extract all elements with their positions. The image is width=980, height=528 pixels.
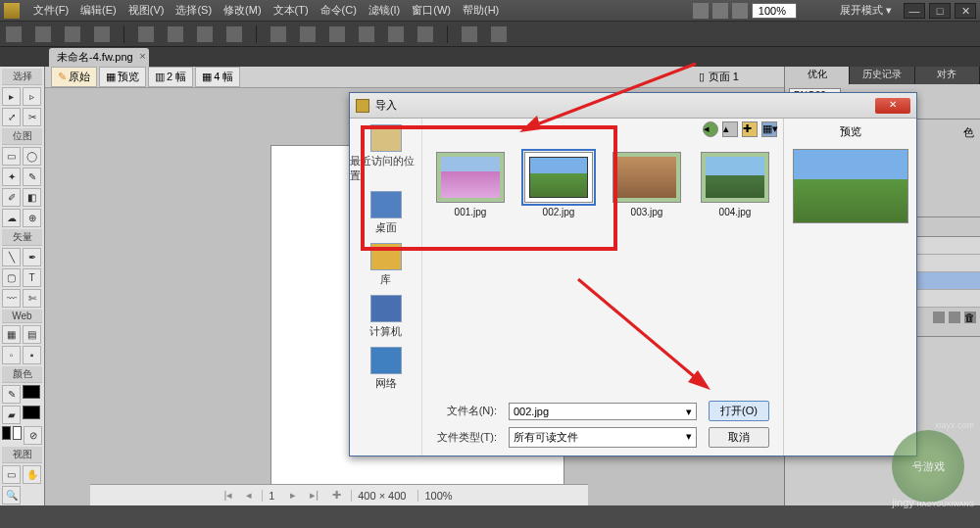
- eraser-tool[interactable]: ◧: [23, 188, 41, 207]
- nav-prev[interactable]: ◂: [242, 489, 256, 502]
- place-recent[interactable]: 最近访问的位置: [350, 124, 421, 183]
- assets-icon[interactable]: [693, 3, 709, 19]
- panel-tab-optimize[interactable]: 优化: [785, 67, 850, 84]
- toolbar-icon[interactable]: [462, 26, 477, 42]
- maximize-button[interactable]: □: [929, 3, 951, 19]
- cancel-button[interactable]: 取消: [709, 427, 769, 448]
- eyedrop-tool[interactable]: ✎: [2, 385, 21, 404]
- nav-next[interactable]: ▸: [286, 489, 300, 502]
- place-desktop[interactable]: 桌面: [370, 191, 402, 235]
- hand-icon[interactable]: [712, 3, 728, 19]
- place-network[interactable]: 网络: [370, 347, 402, 391]
- menu-view[interactable]: 视图(V): [122, 3, 171, 18]
- minimize-button[interactable]: —: [904, 3, 925, 19]
- wand-tool[interactable]: ✦: [2, 168, 21, 186]
- menu-file[interactable]: 文件(F): [27, 3, 74, 18]
- subtab-original[interactable]: ✎原始: [51, 67, 97, 87]
- screen-mode[interactable]: ▭: [2, 465, 21, 484]
- place-computer[interactable]: 计算机: [369, 295, 402, 339]
- menu-window[interactable]: 窗口(W): [406, 3, 457, 18]
- layer-action-icon[interactable]: [949, 312, 960, 323]
- back-icon[interactable]: ◂: [703, 121, 718, 137]
- subtab-preview[interactable]: ▦预览: [99, 67, 146, 87]
- layer-action-icon[interactable]: [933, 312, 945, 323]
- zoom-icon[interactable]: [732, 3, 748, 19]
- open-button[interactable]: 打开(O): [709, 401, 769, 421]
- status-zoom[interactable]: 100%: [417, 490, 458, 502]
- marquee-tool[interactable]: ▭: [2, 147, 21, 166]
- subtab-2up[interactable]: ▥2 幅: [148, 67, 193, 87]
- toolbar-icon[interactable]: [226, 26, 242, 42]
- crop-tool[interactable]: ✂: [23, 108, 41, 126]
- hide-tool[interactable]: ▫: [2, 346, 21, 364]
- brush-tool[interactable]: ✎: [23, 168, 41, 186]
- menu-text[interactable]: 文本(T): [268, 3, 315, 18]
- file-item[interactable]: 001.jpg: [434, 152, 507, 217]
- pencil-tool[interactable]: ✐: [2, 188, 21, 207]
- toolbar-icon[interactable]: [300, 26, 316, 42]
- panel-tab-align[interactable]: 对齐: [915, 67, 980, 84]
- fill-color[interactable]: [23, 406, 40, 419]
- zoom-tool[interactable]: 🔍: [2, 486, 21, 504]
- page-indicator[interactable]: ▯页面 1: [699, 70, 778, 84]
- zoom-field[interactable]: 100%: [752, 3, 797, 19]
- nav-add[interactable]: ✚: [328, 489, 345, 502]
- toolbar-icon[interactable]: [359, 26, 374, 42]
- toolbar-icon[interactable]: [270, 26, 286, 42]
- nav-last[interactable]: ▸|: [306, 489, 322, 502]
- menu-edit[interactable]: 编辑(E): [74, 3, 122, 18]
- delete-icon[interactable]: 🗑: [964, 312, 976, 323]
- subtab-4up[interactable]: ▦4 幅: [195, 67, 240, 87]
- pen-tool[interactable]: ✒: [23, 248, 41, 266]
- toolbar-icon[interactable]: [6, 26, 22, 42]
- toolbar-icon[interactable]: [197, 26, 213, 42]
- toolbar-icon[interactable]: [329, 26, 345, 42]
- dialog-titlebar[interactable]: 导入 ✕: [350, 93, 916, 119]
- blur-tool[interactable]: ☁: [2, 209, 21, 227]
- nofill[interactable]: ⊘: [24, 426, 42, 445]
- up-icon[interactable]: ▴: [722, 121, 738, 137]
- toolbar-icon[interactable]: [417, 26, 433, 42]
- file-item-selected[interactable]: 002.jpg: [522, 152, 595, 217]
- knife-tool[interactable]: ✄: [23, 289, 41, 308]
- default-colors[interactable]: [2, 426, 11, 440]
- place-library[interactable]: 库: [370, 243, 402, 287]
- lasso-tool[interactable]: ◯: [23, 147, 41, 166]
- stamp-tool[interactable]: ⊕: [23, 209, 41, 227]
- menu-commands[interactable]: 命令(C): [315, 3, 363, 18]
- document-tab[interactable]: 未命名-4.fw.png ×: [49, 48, 149, 67]
- toolbar-icon[interactable]: [388, 26, 404, 42]
- freeform-tool[interactable]: 〰: [2, 289, 21, 308]
- show-tool[interactable]: ▪: [23, 346, 41, 364]
- toolbar-icon[interactable]: [65, 26, 80, 42]
- file-item[interactable]: 004.jpg: [699, 152, 771, 217]
- menu-help[interactable]: 帮助(H): [457, 3, 505, 18]
- toolbar-icon[interactable]: [35, 26, 51, 42]
- close-button[interactable]: ✕: [955, 3, 976, 19]
- toolbar-icon[interactable]: [94, 26, 110, 42]
- file-item[interactable]: 003.jpg: [611, 152, 683, 217]
- dialog-close-button[interactable]: ✕: [875, 98, 910, 114]
- menu-select[interactable]: 选择(S): [170, 3, 218, 18]
- subselect-tool[interactable]: ▹: [23, 87, 41, 106]
- nav-first[interactable]: |◂: [220, 489, 236, 502]
- bucket-tool[interactable]: ▰: [2, 406, 21, 424]
- toolbar-icon[interactable]: [138, 26, 154, 42]
- pointer-tool[interactable]: ▸: [2, 87, 21, 106]
- menu-filters[interactable]: 滤镜(I): [363, 3, 406, 18]
- text-tool[interactable]: T: [23, 268, 41, 287]
- layout-mode[interactable]: 展开模式 ▾: [840, 3, 892, 18]
- hand-tool[interactable]: ✋: [23, 465, 41, 484]
- newfolder-icon[interactable]: ✚: [742, 121, 758, 137]
- stroke-color[interactable]: [23, 385, 40, 399]
- swap-colors[interactable]: [13, 426, 22, 440]
- toolbar-icon[interactable]: [168, 26, 183, 42]
- toolbar-icon[interactable]: [491, 26, 507, 42]
- close-tab-icon[interactable]: ×: [139, 50, 145, 62]
- filename-field[interactable]: 002.jpg: [509, 403, 697, 420]
- scale-tool[interactable]: ⤢: [2, 108, 21, 126]
- panel-tab-history[interactable]: 历史记录: [850, 67, 914, 84]
- rect-tool[interactable]: ▢: [2, 268, 21, 287]
- hotspot-tool[interactable]: ▦: [2, 325, 21, 344]
- viewmode-icon[interactable]: ▦▾: [761, 121, 777, 137]
